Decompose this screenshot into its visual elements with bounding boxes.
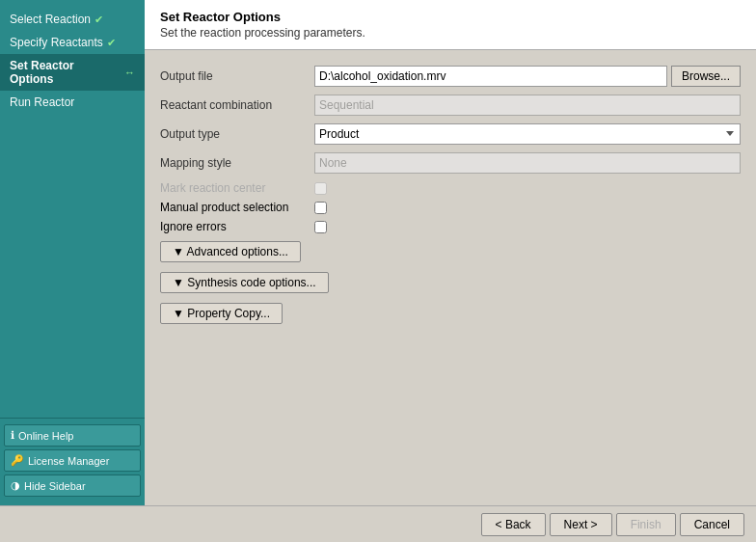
- cancel-button[interactable]: Cancel: [680, 513, 744, 536]
- output-type-label: Output type: [160, 127, 314, 141]
- hide-sidebar-button[interactable]: ◑ Hide Sidebar: [4, 474, 141, 497]
- sidebar-item-label: Select Reaction: [10, 13, 91, 26]
- license-manager-button[interactable]: 🔑 License Manager: [4, 449, 141, 472]
- next-button[interactable]: Next >: [550, 513, 612, 536]
- output-type-row: Output type Product Reactant Both: [160, 123, 741, 145]
- ignore-errors-label: Ignore errors: [160, 220, 314, 233]
- footer: < Back Next > Finish Cancel: [0, 505, 756, 542]
- output-file-row: Output file Browse...: [160, 66, 741, 87]
- content-header: Set Reactor Options Set the reaction pro…: [145, 0, 756, 50]
- mark-reaction-center-checkbox[interactable]: [314, 182, 327, 195]
- back-button[interactable]: < Back: [481, 513, 546, 536]
- sidebar-item-specify-reactants[interactable]: Specify Reactants ✔: [0, 31, 145, 54]
- mapping-style-select[interactable]: None: [314, 152, 741, 174]
- output-file-input[interactable]: [314, 66, 667, 87]
- arrow-icon: ↔: [124, 67, 135, 78]
- manual-product-selection-row: Manual product selection: [160, 201, 741, 214]
- property-copy-button[interactable]: ▼ Property Copy...: [160, 303, 283, 324]
- content-area: Set Reactor Options Set the reaction pro…: [145, 0, 756, 505]
- mapping-style-row: Mapping style None: [160, 152, 741, 174]
- mark-reaction-center-label: Mark reaction center: [160, 181, 314, 195]
- output-file-label: Output file: [160, 69, 314, 83]
- sidebar-nav: Select Reaction ✔ Specify Reactants ✔ Se…: [0, 4, 145, 418]
- mark-reaction-center-row: Mark reaction center: [160, 181, 741, 195]
- content-body: Output file Browse... Reactant combinati…: [145, 50, 756, 505]
- sidebar-bottom: ℹ Online Help 🔑 License Manager ◑ Hide S…: [0, 418, 145, 505]
- output-file-group: Browse...: [314, 66, 741, 87]
- reactant-combination-label: Reactant combination: [160, 98, 314, 112]
- reactant-combination-row: Reactant combination Sequential: [160, 95, 741, 116]
- sidebar-item-label: Set Reactor Options: [10, 59, 121, 86]
- ignore-errors-row: Ignore errors: [160, 220, 741, 233]
- manual-product-selection-checkbox[interactable]: [314, 202, 327, 214]
- info-icon: ℹ: [11, 429, 14, 442]
- sidebar-item-label: Run Reactor: [10, 95, 74, 109]
- finish-button[interactable]: Finish: [616, 513, 676, 536]
- checkmark-icon: ✔: [107, 37, 116, 49]
- reactant-combination-select[interactable]: Sequential: [314, 95, 741, 116]
- sidebar-item-set-reactor-options[interactable]: Set Reactor Options ↔: [0, 54, 145, 91]
- sidebar: Select Reaction ✔ Specify Reactants ✔ Se…: [0, 0, 145, 505]
- ignore-errors-checkbox[interactable]: [314, 221, 327, 233]
- advanced-options-button[interactable]: ▼ Advanced options...: [160, 241, 301, 262]
- sidebar-item-run-reactor[interactable]: Run Reactor: [0, 91, 145, 114]
- mapping-style-label: Mapping style: [160, 156, 314, 170]
- checkmark-icon: ✔: [94, 14, 103, 26]
- manual-product-selection-label: Manual product selection: [160, 201, 314, 214]
- sidebar-item-label: Specify Reactants: [10, 36, 103, 49]
- browse-button[interactable]: Browse...: [671, 66, 741, 87]
- page-title: Set Reactor Options: [160, 10, 741, 24]
- synthesis-code-options-button[interactable]: ▼ Synthesis code options...: [160, 272, 329, 293]
- key-icon: 🔑: [11, 454, 24, 467]
- page-description: Set the reaction processing parameters.: [160, 26, 741, 40]
- sidebar-item-select-reaction[interactable]: Select Reaction ✔: [0, 8, 145, 31]
- output-type-select[interactable]: Product Reactant Both: [314, 123, 741, 145]
- sidebar-toggle-icon: ◑: [11, 479, 20, 492]
- online-help-button[interactable]: ℹ Online Help: [4, 424, 141, 447]
